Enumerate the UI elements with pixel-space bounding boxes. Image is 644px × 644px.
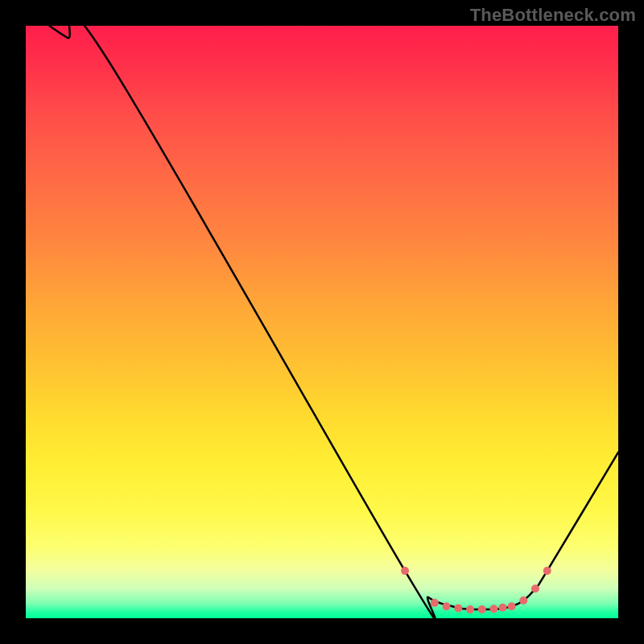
watermark-text: TheBottleneck.com xyxy=(470,5,636,26)
plot-area xyxy=(26,26,618,618)
chart-stage: TheBottleneck.com xyxy=(0,0,644,644)
heat-gradient xyxy=(26,26,618,618)
